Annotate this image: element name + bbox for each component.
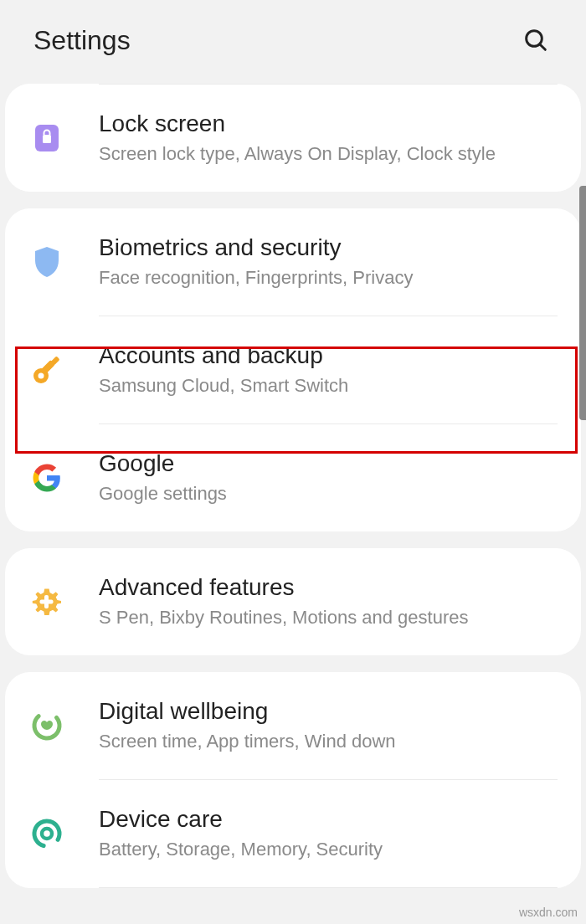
scroll-indicator[interactable]: [579, 186, 586, 420]
item-title: Accounts and backup: [99, 342, 558, 369]
item-text: Advanced features S Pen, Bixby Routines,…: [99, 574, 558, 630]
watermark: wsxdn.com: [519, 906, 578, 919]
page-title: Settings: [33, 25, 131, 56]
svg-point-5: [39, 373, 44, 379]
item-subtitle: Google settings: [99, 482, 558, 506]
item-text: Device care Battery, Storage, Memory, Se…: [99, 806, 558, 862]
item-title: Lock screen: [99, 110, 558, 137]
settings-group: Lock screen Screen lock type, Always On …: [5, 84, 581, 192]
settings-item-biometrics[interactable]: Biometrics and security Face recognition…: [5, 208, 581, 316]
gear-plus-icon: [28, 583, 65, 620]
item-subtitle: Screen lock type, Always On Display, Clo…: [99, 142, 558, 167]
search-icon: [522, 27, 549, 54]
device-care-icon: [28, 815, 65, 852]
svg-point-12: [42, 829, 52, 839]
settings-item-lock-screen[interactable]: Lock screen Screen lock type, Always On …: [5, 85, 581, 192]
item-text: Lock screen Screen lock type, Always On …: [99, 110, 558, 167]
item-text: Biometrics and security Face recognition…: [99, 234, 558, 290]
settings-item-advanced-features[interactable]: Advanced features S Pen, Bixby Routines,…: [5, 548, 581, 655]
svg-rect-3: [43, 135, 51, 143]
item-subtitle: Battery, Storage, Memory, Security: [99, 838, 558, 862]
search-button[interactable]: [519, 23, 553, 57]
settings-item-accounts-backup[interactable]: Accounts and backup Samsung Cloud, Smart…: [5, 316, 581, 424]
item-text: Digital wellbeing Screen time, App timer…: [99, 698, 558, 754]
shield-icon: [28, 244, 65, 280]
lock-icon: [28, 120, 65, 157]
settings-group: Advanced features S Pen, Bixby Routines,…: [5, 548, 581, 655]
item-subtitle: Screen time, App timers, Wind down: [99, 730, 558, 754]
settings-group: Biometrics and security Face recognition…: [5, 208, 581, 531]
item-subtitle: S Pen, Bixby Routines, Motions and gestu…: [99, 606, 558, 630]
item-subtitle: Samsung Cloud, Smart Switch: [99, 374, 558, 398]
key-icon: [28, 352, 65, 388]
svg-point-11: [32, 819, 63, 850]
svg-line-1: [540, 44, 546, 50]
header: Settings: [0, 0, 586, 84]
item-text: Google Google settings: [99, 450, 558, 506]
item-title: Device care: [99, 806, 558, 833]
item-subtitle: Face recognition, Fingerprints, Privacy: [99, 266, 558, 290]
settings-item-device-care[interactable]: Device care Battery, Storage, Memory, Se…: [5, 780, 581, 887]
item-title: Digital wellbeing: [99, 698, 558, 725]
item-title: Biometrics and security: [99, 234, 558, 261]
item-title: Google: [99, 450, 558, 477]
settings-item-digital-wellbeing[interactable]: Digital wellbeing Screen time, App timer…: [5, 672, 581, 779]
google-icon: [28, 459, 65, 496]
svg-rect-9: [40, 600, 54, 604]
item-text: Accounts and backup Samsung Cloud, Smart…: [99, 342, 558, 398]
settings-group: Digital wellbeing Screen time, App timer…: [5, 672, 581, 888]
wellbeing-icon: [28, 707, 65, 744]
item-title: Advanced features: [99, 574, 558, 601]
divider: [99, 887, 558, 888]
settings-item-google[interactable]: Google Google settings: [5, 424, 581, 531]
